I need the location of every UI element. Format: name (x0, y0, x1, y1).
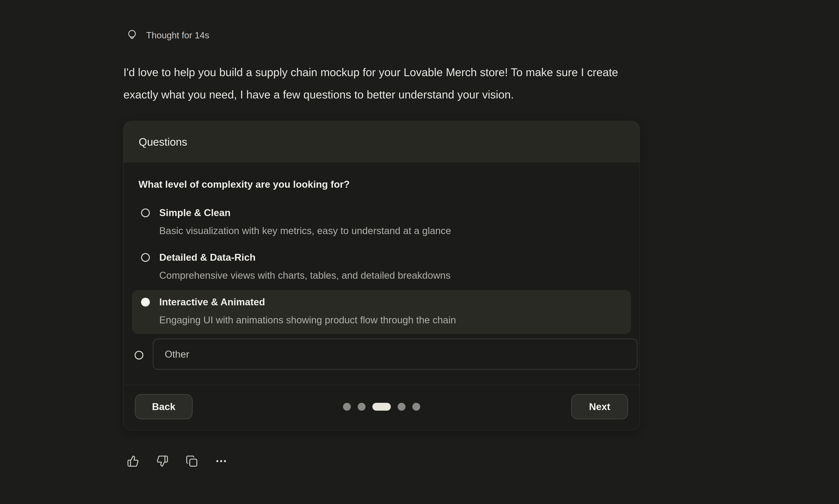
radio-unselected-icon[interactable] (135, 351, 143, 360)
pagination-dot (398, 403, 405, 411)
thumbs-down-button[interactable] (156, 453, 169, 469)
options-list: Simple & Clean Basic visualization with … (132, 201, 631, 370)
option-simple-clean[interactable]: Simple & Clean Basic visualization with … (132, 201, 631, 245)
next-button[interactable]: Next (571, 394, 628, 419)
option-other (126, 339, 637, 370)
radio-unselected-icon[interactable] (141, 253, 150, 262)
pagination-dot (343, 403, 351, 411)
back-button[interactable]: Back (135, 394, 193, 419)
pagination-dots (343, 403, 420, 411)
more-options-button[interactable] (215, 453, 227, 469)
more-options-icon (215, 455, 227, 467)
lightbulb-icon (126, 29, 138, 41)
option-detailed-data-rich[interactable]: Detailed & Data-Rich Comprehensive views… (132, 246, 631, 289)
chat-page: Thought for 14s I'd love to help you bui… (0, 0, 839, 504)
copy-icon (186, 455, 198, 467)
pagination-dot (412, 403, 420, 411)
option-description: Basic visualization with key metrics, ea… (159, 225, 451, 237)
thumbs-up-button[interactable] (127, 453, 139, 469)
thought-toggle[interactable]: Thought for 14s (126, 29, 209, 41)
thumbs-up-icon (127, 455, 139, 467)
question-text: What level of complexity are you looking… (139, 179, 625, 190)
option-description: Engaging UI with animations showing prod… (159, 314, 456, 326)
radio-selected-icon[interactable] (141, 298, 150, 307)
option-description: Comprehensive views with charts, tables,… (159, 269, 451, 282)
message-line-1: I'd love to help you build a supply chai… (123, 61, 618, 84)
card-title: Questions (139, 136, 187, 148)
option-interactive-animated[interactable]: Interactive & Animated Engaging UI with … (132, 290, 631, 334)
message-actions (127, 453, 227, 469)
other-option-input[interactable] (153, 339, 637, 370)
pagination-dot-active (372, 403, 391, 411)
questions-card: Questions What level of complexity are y… (123, 121, 640, 430)
thumbs-down-icon (156, 455, 169, 467)
thought-label: Thought for 14s (146, 30, 209, 40)
copy-button[interactable] (186, 453, 198, 469)
questions-card-header: Questions (123, 121, 640, 162)
assistant-message: I'd love to help you build a supply chai… (123, 61, 618, 106)
message-line-2: exactly what you need, I have a few ques… (123, 84, 618, 106)
pagination-dot (358, 403, 366, 411)
option-title: Interactive & Animated (159, 296, 456, 308)
option-title: Detailed & Data-Rich (159, 251, 451, 264)
radio-unselected-icon[interactable] (141, 209, 150, 217)
questions-card-footer: Back Next (123, 384, 640, 429)
option-title: Simple & Clean (159, 207, 451, 219)
questions-card-body: What level of complexity are you looking… (123, 179, 640, 370)
